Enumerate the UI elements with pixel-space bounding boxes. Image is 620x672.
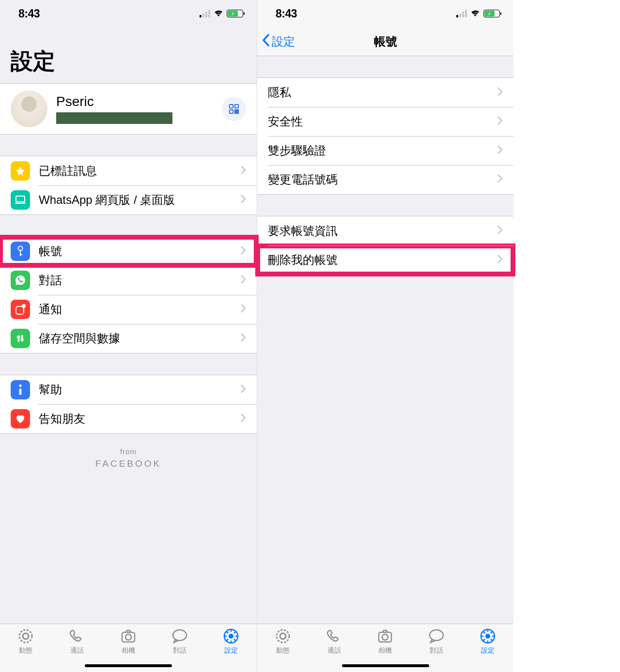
svg-point-17	[23, 633, 29, 639]
svg-point-22	[229, 634, 233, 639]
cell-two-step[interactable]: 雙步驟驗證	[257, 136, 513, 165]
tab-calls[interactable]: 通話	[309, 628, 360, 655]
cell-security[interactable]: 安全性	[257, 107, 513, 136]
svg-point-31	[277, 630, 289, 642]
cell-help[interactable]: 幫助	[0, 375, 257, 404]
chevron-left-icon	[262, 34, 270, 49]
page-title: 設定	[0, 27, 257, 83]
chevron-right-icon	[240, 304, 246, 315]
chevron-right-icon	[240, 245, 246, 257]
nav-title: 帳號	[374, 34, 397, 49]
profile-status-redacted	[56, 112, 172, 124]
profile-name: Pseric	[56, 94, 213, 109]
tab-label: 對話	[173, 646, 186, 655]
cell-label: 對話	[39, 273, 240, 288]
svg-point-16	[19, 630, 32, 642]
svg-line-45	[483, 639, 485, 641]
cell-tell[interactable]: 告知朋友	[0, 404, 257, 433]
tab-label: 相機	[122, 646, 135, 655]
svg-rect-10	[20, 250, 21, 256]
cell-delete-account[interactable]: 刪除我的帳號	[257, 245, 513, 275]
battery-icon: ⚡︎	[227, 10, 243, 17]
nav-bar: 設定 帳號	[257, 27, 513, 56]
tab-chat[interactable]: 對話	[411, 628, 462, 655]
wifi-icon	[470, 9, 480, 18]
home-indicator[interactable]	[342, 664, 429, 667]
cell-web[interactable]: WhatsApp 網頁版 / 桌面版	[0, 185, 257, 214]
cell-privacy[interactable]: 隱私	[257, 78, 513, 107]
svg-line-44	[491, 631, 493, 633]
wifi-icon	[213, 9, 224, 18]
tab-camera[interactable]: 相機	[360, 628, 411, 655]
cell-label: WhatsApp 網頁版 / 桌面版	[39, 192, 240, 208]
chevron-right-icon	[497, 87, 503, 98]
svg-rect-2	[230, 110, 233, 113]
svg-rect-7	[16, 196, 25, 202]
svg-rect-4	[237, 110, 238, 111]
tab-calls[interactable]: 通話	[51, 628, 103, 655]
svg-line-27	[226, 631, 228, 633]
chevron-right-icon	[240, 194, 246, 206]
tab-status[interactable]: 動態	[0, 628, 51, 655]
cell-chat[interactable]: 對話	[0, 266, 257, 295]
svg-line-42	[483, 631, 485, 633]
battery-icon: ⚡︎	[483, 10, 500, 17]
whatsapp-icon	[11, 271, 30, 290]
tab-status[interactable]: 動態	[257, 628, 309, 655]
footer-from: from	[0, 447, 257, 456]
signal-icon	[456, 10, 467, 17]
cell-starred[interactable]: 已標註訊息	[0, 156, 257, 185]
signal-icon	[200, 10, 210, 17]
star-icon	[11, 161, 30, 181]
status-icon	[17, 628, 34, 644]
tab-label: 設定	[224, 646, 238, 655]
tab-chat[interactable]: 對話	[154, 628, 205, 655]
phone-left: 8:43 ⚡︎ 設定 Pseric 已標註訊息 WhatsApp 網頁版 / 桌…	[0, 0, 257, 672]
phone-right: 8:43 ⚡︎ 設定 帳號 隱私 安全性 雙步驟驗證 變更電話號碼	[257, 0, 513, 672]
back-button[interactable]: 設定	[262, 34, 295, 49]
cell-storage[interactable]: 儲存空間與數據	[0, 324, 257, 353]
key-icon	[11, 242, 30, 261]
status-bar: 8:43 ⚡︎	[257, 0, 513, 27]
camera-icon	[377, 628, 393, 644]
cell-account[interactable]: 帳號	[0, 237, 257, 266]
svg-rect-5	[235, 112, 236, 113]
tab-camera[interactable]: 相機	[103, 628, 154, 655]
chevron-right-icon	[240, 333, 246, 344]
profile-info: Pseric	[56, 94, 213, 124]
tab-settings[interactable]: 設定	[205, 628, 257, 655]
chevron-right-icon	[240, 384, 246, 396]
svg-line-30	[226, 639, 228, 641]
tab-label: 通話	[70, 646, 84, 655]
tab-label: 通話	[327, 646, 341, 655]
cell-change-number[interactable]: 變更電話號碼	[257, 165, 513, 194]
tab-settings[interactable]: 設定	[462, 628, 513, 655]
svg-line-28	[234, 639, 236, 641]
svg-point-14	[19, 384, 21, 387]
svg-rect-12	[16, 306, 24, 314]
cell-label: 隱私	[268, 85, 497, 100]
status-icon	[275, 628, 291, 644]
phone-icon	[69, 628, 85, 644]
info-icon	[11, 380, 30, 399]
tab-label: 對話	[430, 646, 443, 655]
svg-line-43	[491, 639, 493, 641]
group-privacy: 隱私 安全性 雙步驟驗證 變更電話號碼	[257, 77, 513, 195]
cell-label: 雙步驟驗證	[268, 143, 497, 158]
avatar	[11, 91, 47, 127]
chevron-right-icon	[497, 225, 503, 237]
cell-label: 刪除我的帳號	[268, 252, 497, 268]
cell-request-info[interactable]: 要求帳號資訊	[257, 216, 513, 245]
qr-button[interactable]	[222, 97, 246, 121]
cell-notify[interactable]: 通知	[0, 295, 257, 324]
svg-rect-0	[230, 105, 233, 108]
chevron-right-icon	[240, 165, 246, 177]
updown-icon	[11, 329, 30, 348]
chat-icon	[171, 628, 188, 644]
chevron-right-icon	[497, 254, 503, 266]
profile-row[interactable]: Pseric	[0, 83, 257, 135]
tab-label: 設定	[481, 646, 495, 655]
home-indicator[interactable]	[85, 664, 172, 667]
cell-label: 通知	[39, 302, 240, 317]
svg-point-13	[22, 304, 26, 308]
